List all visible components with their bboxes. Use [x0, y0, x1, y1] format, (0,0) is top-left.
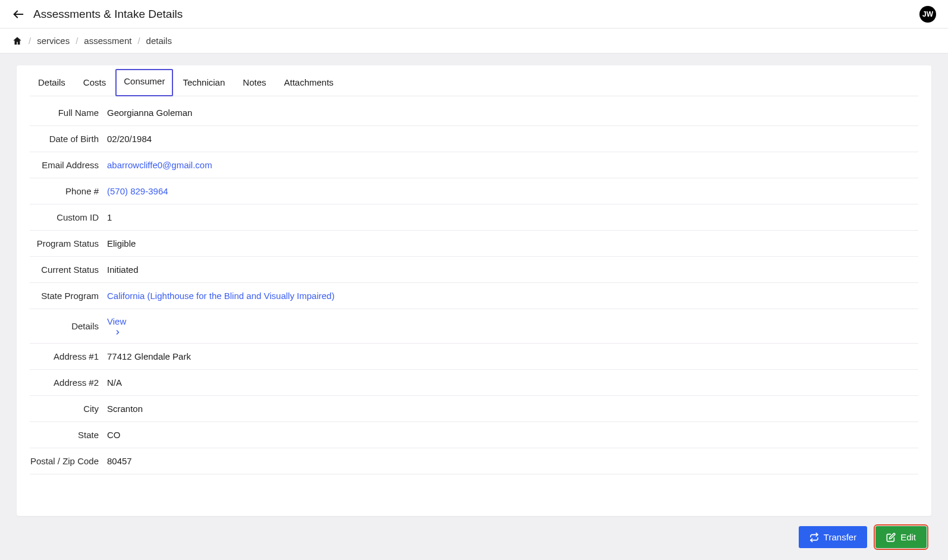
tab-technician[interactable]: Technician — [174, 69, 233, 96]
tab-attachments[interactable]: Attachments — [275, 69, 341, 96]
label-city: City — [30, 404, 107, 414]
value-email[interactable]: abarrowcliffe0@gmail.com — [107, 160, 212, 170]
value-full-name: Georgianna Goleman — [107, 108, 192, 118]
transfer-icon — [809, 533, 819, 542]
row-email: Email Address abarrowcliffe0@gmail.com — [30, 152, 918, 178]
arrow-left-icon — [12, 8, 25, 21]
row-program-status: Program Status Eligible — [30, 231, 918, 257]
value-address2: N/A — [107, 377, 122, 388]
label-state-program: State Program — [30, 291, 107, 301]
page-title: Assessments & Intake Details — [33, 8, 183, 21]
avatar[interactable]: JW — [919, 6, 936, 23]
value-dob: 02/20/1984 — [107, 134, 152, 144]
row-details: Details View — [30, 309, 918, 344]
label-dob: Date of Birth — [30, 134, 107, 144]
tab-costs[interactable]: Costs — [75, 69, 114, 96]
breadcrumb-sep: / — [76, 36, 78, 46]
label-details: Details — [30, 321, 107, 331]
transfer-button[interactable]: Transfer — [799, 526, 867, 548]
breadcrumb: / services / assessment / details — [0, 29, 948, 54]
row-phone: Phone # (570) 829-3964 — [30, 178, 918, 205]
home-icon[interactable] — [12, 36, 23, 46]
row-dob: Date of Birth 02/20/1984 — [30, 126, 918, 152]
value-zip: 80457 — [107, 456, 132, 466]
row-city: City Scranton — [30, 396, 918, 422]
row-custom-id: Custom ID 1 — [30, 205, 918, 231]
label-full-name: Full Name — [30, 108, 107, 118]
label-current-status: Current Status — [30, 265, 107, 275]
tabs: Details Costs Consumer Technician Notes … — [30, 65, 918, 96]
details-card: Details Costs Consumer Technician Notes … — [17, 65, 931, 516]
value-city: Scranton — [107, 404, 143, 414]
crumb-details[interactable]: details — [146, 36, 172, 46]
row-full-name: Full Name Georgianna Goleman — [30, 100, 918, 126]
breadcrumb-sep: / — [29, 36, 31, 46]
edit-icon — [886, 533, 896, 542]
action-buttons: Transfer Edit — [799, 526, 927, 548]
label-custom-id: Custom ID — [30, 212, 107, 222]
edit-button[interactable]: Edit — [875, 526, 927, 548]
label-address1: Address #1 — [30, 351, 107, 361]
label-program-status: Program Status — [30, 238, 107, 248]
label-state: State — [30, 430, 107, 440]
row-address2: Address #2 N/A — [30, 370, 918, 396]
value-details-view[interactable]: View — [107, 316, 126, 336]
row-current-status: Current Status Initiated — [30, 257, 918, 283]
tab-notes[interactable]: Notes — [234, 69, 274, 96]
row-zip: Postal / Zip Code 80457 — [30, 448, 918, 474]
tab-details[interactable]: Details — [30, 69, 74, 96]
edit-label: Edit — [900, 532, 916, 542]
value-phone[interactable]: (570) 829-3964 — [107, 186, 168, 196]
value-custom-id: 1 — [107, 212, 112, 222]
row-state: State CO — [30, 422, 918, 448]
value-program-status: Eligible — [107, 238, 136, 248]
label-address2: Address #2 — [30, 377, 107, 388]
value-state: CO — [107, 430, 121, 440]
label-phone: Phone # — [30, 186, 107, 196]
chevron-right-icon — [114, 329, 121, 336]
back-button[interactable] — [12, 8, 25, 21]
breadcrumb-sep: / — [137, 36, 140, 46]
label-zip: Postal / Zip Code — [30, 456, 107, 466]
crumb-assessment[interactable]: assessment — [84, 36, 131, 46]
topbar: Assessments & Intake Details JW — [0, 0, 948, 29]
value-address1: 77412 Glendale Park — [107, 351, 191, 361]
label-email: Email Address — [30, 160, 107, 170]
crumb-services[interactable]: services — [37, 36, 70, 46]
details-view-text: View — [107, 316, 126, 326]
value-current-status: Initiated — [107, 265, 139, 275]
value-state-program[interactable]: California (Lighthouse for the Blind and… — [107, 291, 334, 301]
row-state-program: State Program California (Lighthouse for… — [30, 283, 918, 309]
tab-consumer[interactable]: Consumer — [115, 69, 173, 96]
transfer-label: Transfer — [824, 532, 856, 542]
row-address1: Address #1 77412 Glendale Park — [30, 344, 918, 370]
